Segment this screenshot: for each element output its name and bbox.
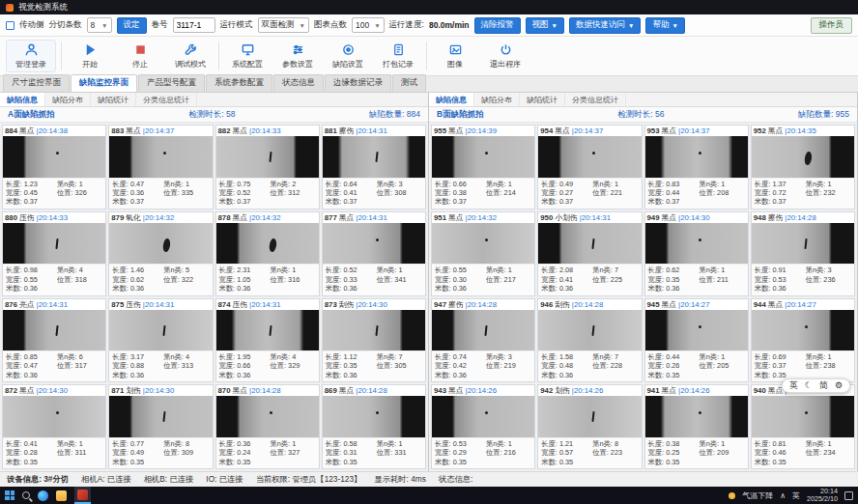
defect-thumbnail[interactable] xyxy=(645,136,748,178)
defect-thumbnail[interactable] xyxy=(538,136,641,178)
defect-thumbnail[interactable] xyxy=(109,223,212,265)
subtab-defect-stats[interactable]: 缺陷统计 xyxy=(91,93,136,106)
clear-alarm-button[interactable]: 清除报警 xyxy=(474,17,521,34)
exit-program-button[interactable]: 退出程序 xyxy=(480,37,530,75)
browser-icon[interactable] xyxy=(38,490,48,501)
defect-thumbnail[interactable] xyxy=(323,310,425,351)
quick-data-menu-button[interactable]: 数据快速访问▼ xyxy=(569,17,641,34)
defect-cell[interactable]: 950小划伤|20:14:31长度: 2.08第n类: 7宽度: 0.41位置:… xyxy=(537,211,642,296)
defect-thumbnail[interactable] xyxy=(752,136,854,178)
defect-thumbnail[interactable] xyxy=(109,310,212,351)
defect-thumbnail[interactable] xyxy=(752,310,854,351)
tab-system-params[interactable]: 系统参数配置 xyxy=(206,74,272,92)
subtab-class-stats[interactable]: 分类信息统计 xyxy=(136,93,197,106)
start-button[interactable]: 开始 xyxy=(65,37,115,75)
defect-thumbnail[interactable] xyxy=(3,396,105,437)
defect-cell[interactable]: 870黑点|20:14:28长度: 0.36第n类: 1宽度: 0.24位置: … xyxy=(215,384,320,469)
subtab-defect-info[interactable]: 缺陷信息 xyxy=(0,93,45,106)
defect-thumbnail[interactable] xyxy=(323,136,425,178)
defect-thumbnail[interactable] xyxy=(538,223,641,265)
defect-thumbnail[interactable] xyxy=(538,310,641,351)
defect-cell[interactable]: 872黑点|20:14:30长度: 0.41第n类: 1宽度: 0.28位置: … xyxy=(2,384,106,469)
defect-thumbnail[interactable] xyxy=(752,223,854,265)
packing-record-button[interactable]: 打包记录 xyxy=(373,37,423,75)
defect-cell[interactable]: 871划伤|20:14:30长度: 0.77第n类: 8宽度: 0.49位置: … xyxy=(108,384,213,469)
tab-edge-data[interactable]: 边缘数据记录 xyxy=(325,74,391,92)
defect-cell[interactable]: 883黑点|20:14:37长度: 0.47第n类: 1宽度: 0.36位置: … xyxy=(108,125,213,210)
lang-en-button[interactable]: 英 xyxy=(789,379,798,392)
defect-cell[interactable]: 945黑点|20:14:27长度: 0.44第n类: 1宽度: 0.26位置: … xyxy=(644,298,749,383)
defect-cell[interactable]: 951黑点|20:14:32长度: 0.55第n类: 1宽度: 0.30位置: … xyxy=(431,211,535,296)
defect-cell[interactable]: 881擦伤|20:14:31长度: 0.64第n类: 3宽度: 0.41位置: … xyxy=(322,125,426,210)
gear-icon[interactable]: ⚙ xyxy=(835,379,843,392)
defect-cell[interactable]: 877黑点|20:14:31长度: 0.52第n类: 1宽度: 0.33位置: … xyxy=(322,211,426,296)
operator-button[interactable]: 操作员 xyxy=(811,17,853,34)
defect-thumbnail[interactable] xyxy=(645,223,748,265)
defect-cell[interactable]: 954黑点|20:14:37长度: 0.49第n类: 1宽度: 0.27位置: … xyxy=(537,125,642,210)
admin-login-button[interactable]: 管理登录 xyxy=(6,40,56,72)
taskbar-clock[interactable]: 20:14 2025/2/10 xyxy=(807,488,838,503)
defect-thumbnail[interactable] xyxy=(3,136,105,178)
tab-status-info[interactable]: 状态信息 xyxy=(273,74,324,92)
chevron-up-icon[interactable]: ∧ xyxy=(780,491,786,500)
notification-icon[interactable] xyxy=(844,491,853,500)
param-settings-button[interactable]: 参数设置 xyxy=(272,37,323,75)
defect-cell[interactable]: 875压伤|20:14:31长度: 3.17第n类: 4宽度: 0.88位置: … xyxy=(108,298,213,383)
run-mode-select[interactable]: 双面检测▼ xyxy=(258,17,309,33)
defect-thumbnail[interactable] xyxy=(645,310,748,351)
defect-cell[interactable]: 880压伤|20:14:33长度: 0.98第n类: 4宽度: 0.55位置: … xyxy=(2,211,106,296)
defect-cell[interactable]: 882黑点|20:14:33长度: 0.75第n类: 2宽度: 0.52位置: … xyxy=(215,125,320,210)
active-app-icon[interactable] xyxy=(74,487,91,504)
defect-thumbnail[interactable] xyxy=(3,223,105,265)
defect-cell[interactable]: 873刮伤|20:14:30长度: 1.12第n类: 7宽度: 0.35位置: … xyxy=(322,298,426,383)
chart-points-select[interactable]: 100▼ xyxy=(352,17,385,33)
defect-thumbnail[interactable] xyxy=(3,310,105,351)
defect-settings-button[interactable]: 缺陷设置 xyxy=(323,37,373,75)
defect-cell[interactable]: 940黑点|20:14:26长度: 0.81第n类: 1宽度: 0.46位置: … xyxy=(751,384,855,469)
roll-input[interactable] xyxy=(173,17,215,33)
defect-cell[interactable]: 953黑点|20:14:37长度: 0.83第n类: 1宽度: 0.44位置: … xyxy=(644,125,749,210)
slit-count-select[interactable]: 8▼ xyxy=(87,17,112,33)
defect-thumbnail[interactable] xyxy=(432,396,534,437)
subtab-defect-stats[interactable]: 缺陷统计 xyxy=(520,93,565,106)
defect-thumbnail[interactable] xyxy=(109,396,212,437)
defect-cell[interactable]: 944黑点|20:14:27长度: 0.69第n类: 1宽度: 0.37位置: … xyxy=(751,298,855,383)
defect-cell[interactable]: 955黑点|20:14:39长度: 0.66第n类: 1宽度: 0.38位置: … xyxy=(431,125,535,210)
debug-mode-button[interactable]: 调试模式 xyxy=(165,37,215,75)
image-button[interactable]: 图像 xyxy=(430,37,480,75)
defect-thumbnail[interactable] xyxy=(752,396,854,437)
tab-defect-monitor[interactable]: 缺陷监控界面 xyxy=(71,74,137,92)
search-icon[interactable] xyxy=(22,491,30,499)
defect-thumbnail[interactable] xyxy=(109,136,212,178)
set-button[interactable]: 设定 xyxy=(117,17,147,34)
input-language-indicator[interactable]: 英 xyxy=(792,490,800,501)
stop-button[interactable]: 停止 xyxy=(115,37,165,75)
subtab-defect-distribution[interactable]: 缺陷分布 xyxy=(474,93,520,106)
defect-cell[interactable]: 884黑点|20:14:38长度: 1.23第n类: 1宽度: 0.45位置: … xyxy=(2,125,106,210)
subtab-class-stats[interactable]: 分类信息统计 xyxy=(565,93,626,106)
defect-thumbnail[interactable] xyxy=(432,136,534,178)
defect-thumbnail[interactable] xyxy=(538,396,641,437)
defect-thumbnail[interactable] xyxy=(216,223,319,265)
defect-thumbnail[interactable] xyxy=(216,310,319,351)
start-button[interactable] xyxy=(5,490,14,500)
defect-thumbnail[interactable] xyxy=(432,223,534,265)
defect-cell[interactable]: 949黑点|20:14:30长度: 0.62第n类: 1宽度: 0.35位置: … xyxy=(644,211,749,296)
lang-cn-button[interactable]: 简 xyxy=(819,379,828,392)
defect-cell[interactable]: 869黑点|20:14:28长度: 0.58第n类: 1宽度: 0.31位置: … xyxy=(322,384,426,469)
weather-text[interactable]: 气温下降 xyxy=(742,490,773,501)
file-explorer-icon[interactable] xyxy=(56,490,67,501)
system-config-button[interactable]: 系统配置 xyxy=(222,37,272,75)
defect-cell[interactable]: 952黑点|20:14:35长度: 1.37第n类: 1宽度: 0.72位置: … xyxy=(751,125,855,210)
defect-cell[interactable]: 876亮点|20:14:31长度: 0.85第n类: 6宽度: 0.47位置: … xyxy=(2,298,106,383)
defect-cell[interactable]: 947擦伤|20:14:28长度: 0.74第n类: 3宽度: 0.42位置: … xyxy=(431,298,535,383)
defect-cell[interactable]: 942划伤|20:14:26长度: 1.21第n类: 8宽度: 0.57位置: … xyxy=(537,384,642,469)
defect-cell[interactable]: 874压伤|20:14:31长度: 1.95第n类: 4宽度: 0.66位置: … xyxy=(215,298,320,383)
defect-thumbnail[interactable] xyxy=(216,136,319,178)
subtab-defect-distribution[interactable]: 缺陷分布 xyxy=(45,93,91,106)
defect-cell[interactable]: 943黑点|20:14:26长度: 0.53第n类: 1宽度: 0.29位置: … xyxy=(431,384,535,469)
defect-thumbnail[interactable] xyxy=(216,396,319,437)
defect-thumbnail[interactable] xyxy=(645,396,748,437)
view-menu-button[interactable]: 视图▼ xyxy=(526,17,564,34)
moon-icon[interactable]: ☾ xyxy=(805,379,813,392)
